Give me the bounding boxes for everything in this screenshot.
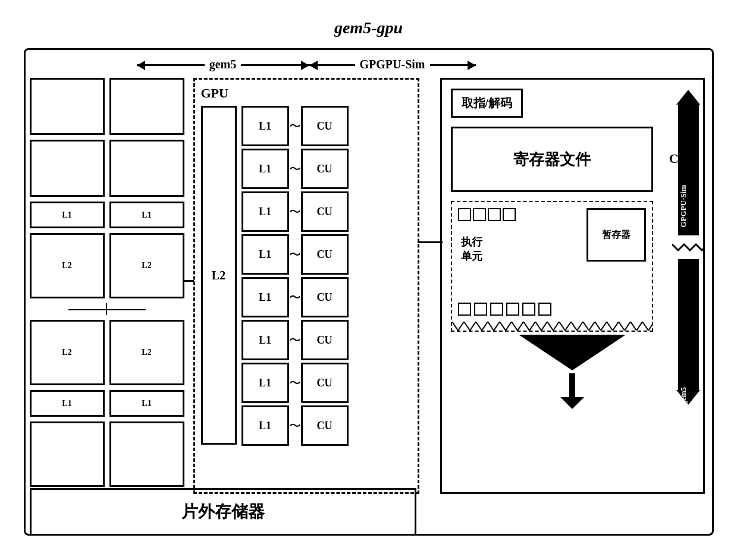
gem5-arrow-down: gem5 [676, 259, 700, 405]
cu-l1-row-5: L1 〜 CU [242, 277, 412, 317]
up-arrowhead [676, 90, 700, 105]
zigzag-3: 〜 [289, 191, 301, 232]
zigzag-7: 〜 [289, 363, 301, 403]
cpu-box-1 [30, 78, 105, 135]
off-chip-memory-box: 片外存储器 [30, 488, 416, 536]
cpu-l2-top-row: L2 L2 [30, 233, 184, 298]
zigzag-2: 〜 [289, 149, 301, 189]
cu-l1-row-8: L1 〜 CU [242, 405, 412, 446]
sq-1 [458, 208, 471, 221]
title-label: gem5-gpu [18, 18, 720, 37]
zigzag-6: 〜 [289, 320, 301, 360]
cpu-bot-grid [30, 421, 184, 487]
l1-box-6: L1 [242, 320, 289, 360]
cpu-l1-bot-row: L1 L1 [30, 390, 184, 417]
cpu-connector [30, 303, 184, 315]
cpu-l1-bot-right: L1 [109, 390, 184, 417]
gpu-inner: L2 L1 〜 CU L1 〜 CU L1 〜 [201, 106, 412, 446]
cu-l1-row-7: L1 〜 CU [242, 363, 412, 403]
right-arrows-area: GPGPU-Sim gem5 [672, 90, 705, 476]
cu-l1-row-3: L1 〜 CU [242, 191, 412, 232]
svg-marker-0 [519, 335, 626, 370]
fetch-decode-box: 取指/解码 [451, 89, 523, 118]
cu-l1-list: L1 〜 CU L1 〜 CU L1 〜 CU L1 [242, 106, 412, 446]
down-arrow-container [451, 373, 694, 409]
top-arrows-area: gem5 GPGPU-Sim [137, 49, 476, 82]
cpu-gpu-connector [183, 280, 194, 282]
cu-l1-row-2: L1 〜 CU [242, 149, 412, 189]
zigzag-8: 〜 [289, 405, 301, 446]
cu-box-3: CU [301, 191, 349, 232]
gpgpu-arrow-container: GPGPU-Sim [309, 49, 476, 79]
scratchpad-box: 暂存器 [587, 208, 646, 262]
cpu-top-grid [30, 78, 184, 197]
sq-2 [473, 208, 486, 221]
cu-box-6: CU [301, 320, 349, 360]
exec-unit-label: 执行 单元 [461, 235, 482, 263]
cpu-l1-top-row: L1 L1 [30, 202, 184, 228]
cu-l1-row-1: L1 〜 CU [242, 106, 412, 146]
l1-box-3: L1 [242, 191, 289, 232]
cpu-l2-bot-left: L2 [30, 320, 105, 385]
sq-b2 [474, 303, 487, 316]
cpu-l1-top-left: L1 [30, 202, 105, 228]
cu-l1-row-6: L1 〜 CU [242, 320, 412, 360]
cpu-box-2 [109, 78, 184, 135]
cu-box-1: CU [301, 106, 349, 146]
l1-box-5: L1 [242, 277, 289, 317]
exec-zigzag-bottom [452, 322, 652, 331]
funnel-svg [513, 335, 632, 370]
sq-b4 [506, 303, 519, 316]
gem5-arrow-container: gem5 [137, 49, 309, 79]
cpu-box-3 [30, 140, 105, 197]
cu-box-5: CU [301, 277, 349, 317]
l1-box-2: L1 [242, 149, 289, 189]
cpu-l1-top-right: L1 [109, 202, 184, 228]
cu-l1-row-4: L1 〜 CU [242, 234, 412, 275]
gpu-cu-connector-line [418, 241, 443, 243]
sq-4 [503, 208, 516, 221]
cpu-bot-box-2 [109, 421, 184, 487]
cu-detail-section: CU 取指/解码 寄存器文件 执行 单元 暂存器 [440, 78, 705, 494]
gpgpu-sim-arrow-label: GPGPU-Sim [679, 185, 688, 228]
sq-b1 [458, 303, 471, 316]
gpu-l2-bar: L2 [201, 106, 237, 445]
sq-b6 [538, 303, 551, 316]
cu-box-7: CU [301, 363, 349, 403]
diagram-container: gem5-gpu gem5 GPGPU-Sim L1 L1 L2 L2 [18, 12, 720, 548]
arrow-zigzag [672, 241, 705, 253]
cpu-box-4 [109, 140, 184, 197]
sq-b5 [522, 303, 535, 316]
sq-b3 [490, 303, 503, 316]
sq-3 [488, 208, 501, 221]
funnel-container [451, 335, 694, 370]
zigzag-5: 〜 [289, 277, 301, 317]
cpu-l2-bot-right: L2 [109, 320, 184, 385]
l1-box-7: L1 [242, 363, 289, 403]
gpgpu-sim-arrow-up: GPGPU-Sim [676, 90, 700, 235]
arrow-zigzag-svg [672, 241, 705, 253]
gem5-label: gem5 [205, 58, 242, 71]
svg-rect-1 [569, 373, 575, 397]
cu-box-4: CU [301, 234, 349, 275]
small-squares-bottom [458, 303, 551, 316]
down-arrow-svg [560, 373, 584, 409]
cpu-section: L1 L1 L2 L2 L2 L2 L1 L1 [30, 78, 184, 494]
cpu-l2-top-right: L2 [109, 233, 184, 298]
cpu-l2-top-left: L2 [30, 233, 105, 298]
svg-marker-2 [560, 397, 584, 409]
gpgpu-sim-label: GPGPU-Sim [355, 58, 430, 71]
gpu-label: GPU [201, 86, 412, 101]
down-arrow-shaft [678, 259, 699, 390]
register-file-box: 寄存器文件 [451, 127, 653, 192]
l1-box-8: L1 [242, 405, 289, 446]
zigzag-1: 〜 [289, 106, 301, 146]
l1-box-4: L1 [242, 234, 289, 275]
gem5-arrow-label: gem5 [679, 387, 688, 405]
cu-box-2: CU [301, 149, 349, 189]
gpu-section: GPU L2 L1 〜 CU L1 〜 CU [193, 78, 419, 494]
cu-box-8: CU [301, 405, 349, 446]
cpu-l1-bot-left: L1 [30, 390, 105, 417]
zigzag-4: 〜 [289, 234, 301, 275]
cpu-bot-box-1 [30, 421, 105, 487]
